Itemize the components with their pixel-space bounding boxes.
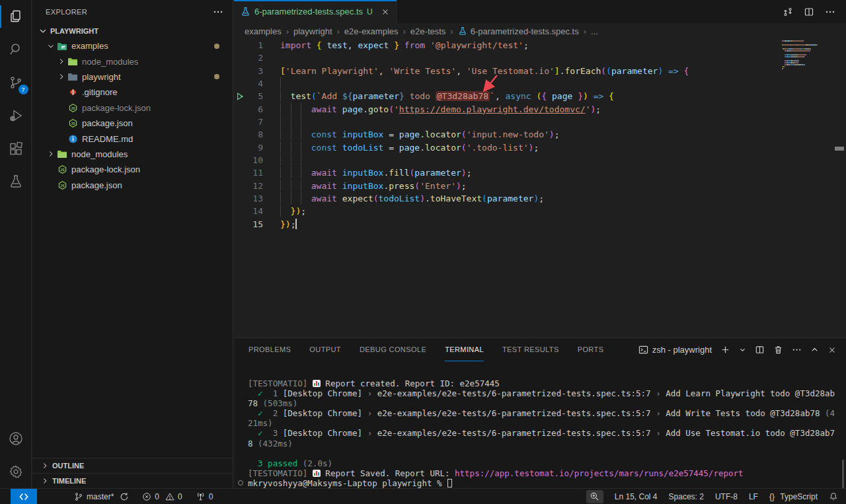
- panel-tab-test-results[interactable]: TEST RESULTS: [502, 338, 559, 361]
- close-panel-icon[interactable]: [827, 345, 837, 355]
- tree-item-README.md[interactable]: README.md: [32, 131, 233, 146]
- vscode-window: 7 EXPLORER PLAYWRIGHT examplesnode_modul…: [0, 0, 846, 504]
- tree-item-node_modules[interactable]: node_modules: [32, 54, 233, 69]
- tree-item-playwright[interactable]: playwright: [32, 69, 233, 85]
- terminal-text: Report Saved. Report URL:: [321, 468, 455, 478]
- tab-close-icon[interactable]: [381, 7, 390, 17]
- testing-flask-icon: [8, 174, 24, 190]
- remote-indicator[interactable]: [11, 489, 37, 504]
- minimap-line: [782, 68, 824, 69]
- timeline-section[interactable]: TIMELINE: [32, 473, 233, 488]
- code-token: `Add: [317, 91, 342, 101]
- minimap-token: [798, 62, 798, 63]
- terminal-text: 3 passed: [258, 458, 297, 468]
- editor-tab[interactable]: 6-parametrized-tests.spec.ts U: [234, 0, 397, 23]
- code-line: 15});: [234, 218, 846, 231]
- code-token: {: [317, 40, 322, 50]
- code-editor[interactable]: 1import { test, expect } from '@playwrig…: [234, 39, 846, 338]
- minimap-token: [810, 48, 811, 50]
- activitybar-extensions[interactable]: [0, 132, 32, 165]
- code-token: (: [606, 66, 611, 76]
- notifications-bell-icon[interactable]: [829, 492, 838, 501]
- encoding-setting[interactable]: UTF-8: [715, 492, 738, 501]
- minimap-token: [784, 66, 785, 67]
- tree-item-package.json[interactable]: JSpackage.json: [32, 116, 233, 131]
- folder-node-icon: [56, 149, 68, 159]
- minimap-line: [785, 54, 824, 55]
- terminal-text: 8: [248, 439, 258, 449]
- code-token: [337, 129, 342, 139]
- tree-item-examples[interactable]: examples: [32, 38, 233, 54]
- split-editor-icon[interactable]: [804, 7, 814, 17]
- minimap-token: [817, 44, 818, 46]
- panel-more-actions-icon[interactable]: [792, 345, 802, 355]
- panel-tab-output[interactable]: OUTPUT: [309, 338, 341, 361]
- breadcrumb-symbol-more[interactable]: ...: [591, 26, 598, 36]
- terminal-dropdown-icon[interactable]: [739, 346, 746, 353]
- activitybar-testing[interactable]: [0, 165, 32, 198]
- outline-section[interactable]: OUTLINE: [32, 458, 233, 473]
- language-mode[interactable]: {} TypeScript: [769, 492, 818, 501]
- tree-item-package-lock.json[interactable]: JSpackage-lock.json: [32, 162, 233, 177]
- ports-status[interactable]: 0: [196, 491, 213, 501]
- breadcrumb-item[interactable]: playwright: [293, 26, 332, 36]
- breadcrumb-item[interactable]: e2e-examples: [344, 26, 399, 36]
- tree-item-node_modules[interactable]: node_modules: [32, 147, 233, 162]
- split-terminal-icon[interactable]: [755, 345, 765, 355]
- tree-item-package-lock.json[interactable]: JSpackage-lock.json: [32, 100, 233, 116]
- indent-guide: [291, 141, 301, 153]
- terminal-output[interactable]: [TESTOMATIO] Report created. Report ID: …: [234, 361, 846, 488]
- run-debug-icon: [8, 108, 24, 124]
- editor-group: 6-parametrized-tests.spec.ts U examples›…: [234, 0, 846, 488]
- tree-item-package.json[interactable]: JSpackage.json: [32, 178, 233, 193]
- code-line: 12await inputBox.press('Enter');: [234, 180, 846, 192]
- terminal-session-selector[interactable]: zsh - playwright: [638, 345, 712, 355]
- panel-tab-debug-console[interactable]: DEBUG CONSOLE: [360, 338, 426, 361]
- minimap-token: [795, 64, 800, 65]
- editor-more-actions-icon[interactable]: [825, 7, 835, 17]
- workspace-section-header[interactable]: PLAYWRIGHT: [32, 23, 233, 38]
- chart-bar: [318, 382, 319, 386]
- code-token: ): [583, 91, 588, 101]
- panel-tab-bar: PROBLEMSOUTPUTDEBUG CONSOLETERMINALTEST …: [234, 338, 846, 361]
- panel-tab-terminal[interactable]: TERMINAL: [445, 338, 484, 361]
- activitybar-account[interactable]: [0, 422, 32, 455]
- tree-item-.gitignore[interactable]: .gitignore: [32, 85, 233, 100]
- cursor-position[interactable]: Ln 15, Col 4: [615, 492, 658, 501]
- eol-setting[interactable]: LF: [749, 492, 758, 501]
- terminal-text: ✓: [258, 388, 263, 398]
- warnings-count: 0: [178, 492, 182, 501]
- git-branch-status[interactable]: master*: [74, 492, 129, 501]
- panel-tab-ports[interactable]: PORTS: [578, 338, 604, 361]
- explorer-more-actions-icon[interactable]: [213, 7, 223, 17]
- activitybar-run-debug[interactable]: [0, 99, 32, 132]
- breadcrumb-file[interactable]: 6-parametrized-tests.spec.ts: [458, 26, 579, 36]
- panel-tab-problems[interactable]: PROBLEMS: [249, 338, 291, 361]
- activitybar-source-control[interactable]: 7: [0, 66, 32, 99]
- report-chart-icon: [313, 470, 321, 477]
- kill-terminal-icon[interactable]: [773, 345, 783, 355]
- code-token: [337, 181, 342, 191]
- problems-status[interactable]: 0 0: [142, 492, 182, 501]
- activitybar-settings[interactable]: [0, 455, 32, 488]
- minimap-line: [785, 60, 824, 61]
- open-changes-icon[interactable]: [783, 7, 793, 17]
- code-token: (: [414, 181, 420, 191]
- activitybar-search[interactable]: [0, 33, 32, 66]
- maximize-panel-icon[interactable]: [810, 345, 819, 354]
- terminal-line: [TESTOMATIO] Report created. Report ID: …: [248, 378, 846, 388]
- line-number: 14: [247, 206, 263, 216]
- indentation-setting[interactable]: Spaces: 2: [669, 492, 704, 501]
- breadcrumb-item[interactable]: e2e-tests: [410, 26, 445, 36]
- run-test-icon[interactable]: [234, 92, 247, 101]
- indent-guide: [280, 180, 291, 192]
- new-terminal-icon[interactable]: [720, 345, 730, 355]
- breadcrumb-item[interactable]: examples: [245, 26, 282, 36]
- screencast-zoom-indicator[interactable]: [586, 490, 603, 503]
- minimap[interactable]: [782, 40, 824, 70]
- code-token: (: [461, 129, 467, 139]
- activitybar-explorer[interactable]: [0, 0, 32, 33]
- terminal-scrollbar[interactable]: [842, 460, 844, 489]
- terminal-text: 78: [248, 398, 263, 408]
- chart-bar: [314, 473, 315, 476]
